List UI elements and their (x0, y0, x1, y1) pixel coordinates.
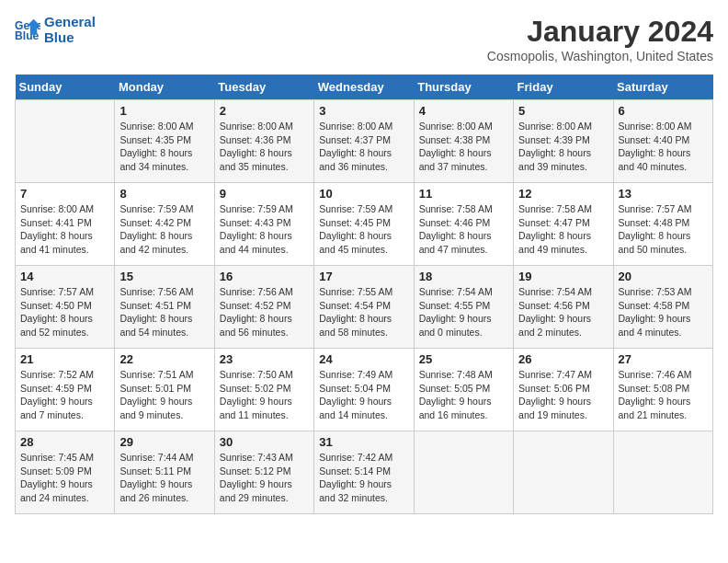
calendar-cell: 14Sunrise: 7:57 AMSunset: 4:50 PMDayligh… (16, 266, 115, 349)
calendar-cell: 15Sunrise: 7:56 AMSunset: 4:51 PMDayligh… (115, 266, 214, 349)
header-friday: Friday (514, 75, 613, 100)
calendar-cell: 22Sunrise: 7:51 AMSunset: 5:01 PMDayligh… (115, 349, 214, 431)
day-info: Sunrise: 7:50 AMSunset: 5:02 PMDaylight:… (220, 368, 309, 422)
day-info: Sunrise: 7:55 AMSunset: 4:54 PMDaylight:… (319, 285, 408, 339)
day-number: 18 (419, 270, 508, 283)
day-info: Sunrise: 7:48 AMSunset: 5:05 PMDaylight:… (419, 368, 508, 422)
day-info: Sunrise: 8:00 AMSunset: 4:38 PMDaylight:… (419, 120, 508, 174)
day-number: 29 (119, 435, 209, 449)
month-title: January 2024 (487, 15, 713, 49)
day-number: 5 (518, 104, 608, 118)
calendar-cell (16, 100, 115, 183)
header-thursday: Thursday (414, 75, 513, 100)
day-info: Sunrise: 7:59 AMSunset: 4:45 PMDaylight:… (319, 202, 408, 257)
calendar-cell: 13Sunrise: 7:57 AMSunset: 4:48 PMDayligh… (613, 183, 712, 266)
day-number: 3 (319, 104, 408, 118)
logo-icon: General Blue (15, 17, 40, 43)
day-info: Sunrise: 7:42 AMSunset: 5:14 PMDaylight:… (319, 451, 408, 505)
day-info: Sunrise: 7:58 AMSunset: 4:46 PMDaylight:… (419, 202, 508, 257)
day-info: Sunrise: 7:54 AMSunset: 4:56 PMDaylight:… (518, 285, 608, 339)
calendar-week-row: 1Sunrise: 8:00 AMSunset: 4:35 PMDaylight… (16, 100, 713, 183)
calendar-cell: 23Sunrise: 7:50 AMSunset: 5:02 PMDayligh… (214, 349, 313, 431)
calendar-cell: 17Sunrise: 7:55 AMSunset: 4:54 PMDayligh… (314, 266, 414, 349)
calendar-cell (514, 431, 613, 514)
calendar-week-row: 7Sunrise: 8:00 AMSunset: 4:41 PMDaylight… (16, 183, 713, 266)
day-info: Sunrise: 7:56 AMSunset: 4:51 PMDaylight:… (119, 285, 209, 339)
day-number: 27 (619, 352, 708, 366)
calendar-cell: 24Sunrise: 7:49 AMSunset: 5:04 PMDayligh… (314, 349, 414, 431)
calendar-cell: 3Sunrise: 8:00 AMSunset: 4:37 PMDaylight… (314, 100, 414, 183)
day-number: 16 (220, 270, 309, 283)
day-number: 1 (119, 104, 209, 118)
day-number: 13 (619, 187, 708, 201)
header: General Blue General Blue January 2024 C… (15, 15, 713, 63)
logo-text-line1: General (44, 15, 96, 30)
day-info: Sunrise: 7:44 AMSunset: 5:11 PMDaylight:… (119, 451, 209, 505)
calendar-week-row: 21Sunrise: 7:52 AMSunset: 4:59 PMDayligh… (16, 349, 713, 431)
day-info: Sunrise: 8:00 AMSunset: 4:36 PMDaylight:… (220, 120, 309, 174)
day-number: 21 (20, 352, 109, 366)
calendar-cell: 10Sunrise: 7:59 AMSunset: 4:45 PMDayligh… (314, 183, 414, 266)
header-monday: Monday (115, 75, 214, 100)
day-number: 28 (20, 435, 109, 449)
day-info: Sunrise: 7:57 AMSunset: 4:50 PMDaylight:… (20, 285, 109, 339)
day-info: Sunrise: 7:49 AMSunset: 5:04 PMDaylight:… (319, 368, 408, 422)
calendar-cell: 30Sunrise: 7:43 AMSunset: 5:12 PMDayligh… (214, 431, 313, 514)
day-info: Sunrise: 7:45 AMSunset: 5:09 PMDaylight:… (20, 451, 109, 505)
calendar-cell: 28Sunrise: 7:45 AMSunset: 5:09 PMDayligh… (16, 431, 115, 514)
day-info: Sunrise: 7:51 AMSunset: 5:01 PMDaylight:… (119, 368, 209, 422)
logo: General Blue General Blue (15, 15, 96, 45)
header-tuesday: Tuesday (214, 75, 313, 100)
day-info: Sunrise: 8:00 AMSunset: 4:35 PMDaylight:… (119, 120, 209, 174)
day-number: 11 (419, 187, 508, 201)
day-number: 12 (518, 187, 608, 201)
day-info: Sunrise: 7:47 AMSunset: 5:06 PMDaylight:… (518, 368, 608, 422)
calendar-cell: 7Sunrise: 8:00 AMSunset: 4:41 PMDaylight… (16, 183, 115, 266)
day-number: 6 (619, 104, 708, 118)
day-number: 4 (419, 104, 508, 118)
logo-text-line2: Blue (44, 30, 74, 46)
day-number: 8 (119, 187, 209, 201)
day-info: Sunrise: 7:52 AMSunset: 4:59 PMDaylight:… (20, 368, 109, 422)
header-sunday: Sunday (16, 75, 115, 100)
day-number: 19 (518, 270, 608, 283)
calendar-cell: 21Sunrise: 7:52 AMSunset: 4:59 PMDayligh… (16, 349, 115, 431)
day-info: Sunrise: 7:56 AMSunset: 4:52 PMDaylight:… (220, 285, 309, 339)
calendar-cell: 2Sunrise: 8:00 AMSunset: 4:36 PMDaylight… (214, 100, 313, 183)
day-number: 26 (518, 352, 608, 366)
calendar-cell: 26Sunrise: 7:47 AMSunset: 5:06 PMDayligh… (514, 349, 613, 431)
day-number: 25 (419, 352, 508, 366)
day-info: Sunrise: 7:46 AMSunset: 5:08 PMDaylight:… (619, 368, 708, 422)
day-number: 24 (319, 352, 408, 366)
day-info: Sunrise: 7:59 AMSunset: 4:42 PMDaylight:… (119, 202, 209, 257)
calendar-week-row: 28Sunrise: 7:45 AMSunset: 5:09 PMDayligh… (16, 431, 713, 514)
calendar-cell: 27Sunrise: 7:46 AMSunset: 5:08 PMDayligh… (613, 349, 712, 431)
day-info: Sunrise: 7:58 AMSunset: 4:47 PMDaylight:… (518, 202, 608, 257)
calendar-cell: 29Sunrise: 7:44 AMSunset: 5:11 PMDayligh… (115, 431, 214, 514)
day-info: Sunrise: 8:00 AMSunset: 4:40 PMDaylight:… (619, 120, 708, 174)
calendar-cell (613, 431, 712, 514)
title-area: January 2024 Cosmopolis, Washington, Uni… (487, 15, 713, 63)
day-number: 17 (319, 270, 408, 283)
header-saturday: Saturday (613, 75, 712, 100)
day-number: 14 (20, 270, 109, 283)
calendar-header-row: SundayMondayTuesdayWednesdayThursdayFrid… (16, 75, 713, 100)
day-info: Sunrise: 7:54 AMSunset: 4:55 PMDaylight:… (419, 285, 508, 339)
calendar-cell: 11Sunrise: 7:58 AMSunset: 4:46 PMDayligh… (414, 183, 513, 266)
calendar-cell: 16Sunrise: 7:56 AMSunset: 4:52 PMDayligh… (214, 266, 313, 349)
calendar-cell: 8Sunrise: 7:59 AMSunset: 4:42 PMDaylight… (115, 183, 214, 266)
day-number: 7 (20, 187, 109, 201)
calendar-cell: 6Sunrise: 8:00 AMSunset: 4:40 PMDaylight… (613, 100, 712, 183)
day-info: Sunrise: 7:59 AMSunset: 4:43 PMDaylight:… (220, 202, 309, 257)
day-number: 30 (220, 435, 309, 449)
day-info: Sunrise: 7:57 AMSunset: 4:48 PMDaylight:… (619, 202, 708, 257)
day-number: 9 (220, 187, 309, 201)
day-number: 2 (220, 104, 309, 118)
calendar-week-row: 14Sunrise: 7:57 AMSunset: 4:50 PMDayligh… (16, 266, 713, 349)
calendar-cell: 9Sunrise: 7:59 AMSunset: 4:43 PMDaylight… (214, 183, 313, 266)
day-info: Sunrise: 8:00 AMSunset: 4:41 PMDaylight:… (20, 202, 109, 257)
calendar-cell: 18Sunrise: 7:54 AMSunset: 4:55 PMDayligh… (414, 266, 513, 349)
day-number: 22 (119, 352, 209, 366)
calendar-cell: 5Sunrise: 8:00 AMSunset: 4:39 PMDaylight… (514, 100, 613, 183)
day-number: 31 (319, 435, 408, 449)
